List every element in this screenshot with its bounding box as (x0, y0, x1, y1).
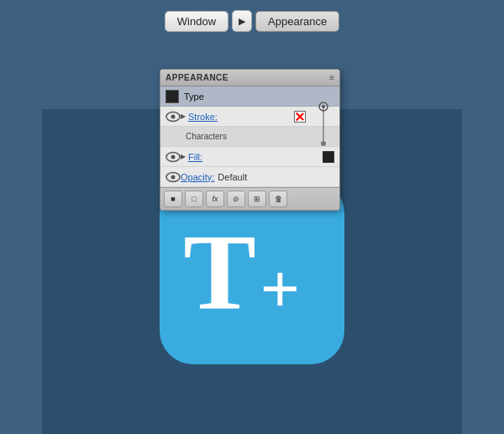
characters-label: Characters (186, 132, 227, 141)
opacity-label[interactable]: Opacity: (181, 172, 214, 182)
svg-point-4 (322, 105, 325, 108)
stroke-visibility-icon[interactable] (165, 111, 181, 123)
window-button[interactable]: Window (165, 11, 228, 32)
icon-letter-t: T (183, 217, 256, 327)
type-swatch (165, 90, 179, 103)
fill-expand-icon: ▶ (181, 153, 186, 160)
new-layer-icon: ■ (171, 195, 175, 203)
duplicate-button[interactable]: ⊞ (248, 191, 266, 207)
panel-bottom-toolbar: ■ □ fx ⊘ ⊞ 🗑 (160, 187, 339, 210)
opacity-row: Opacity: Default (160, 167, 339, 187)
appearance-button[interactable]: Appearance (255, 11, 339, 32)
type-label: Type (184, 92, 204, 102)
stroke-section: ▶ Stroke: Characters (160, 107, 339, 147)
duplicate-icon: ⊞ (254, 195, 260, 203)
svg-point-5 (321, 141, 326, 146)
fill-visibility-icon[interactable] (165, 151, 181, 163)
bezier-curve (311, 100, 336, 154)
square-button[interactable]: □ (185, 191, 203, 207)
appearance-panel: APPEARANCE ≡ Type ▶ Stroke: (160, 69, 340, 211)
stroke-label[interactable]: Stroke: (188, 112, 218, 122)
delete-button[interactable]: 🗑 (269, 191, 287, 207)
fx-button[interactable]: fx (206, 191, 224, 207)
opacity-value: Default (218, 172, 247, 182)
svg-point-7 (171, 154, 176, 159)
clear-button[interactable]: ⊘ (227, 191, 245, 207)
svg-point-9 (171, 175, 176, 179)
panel-title: APPEARANCE (165, 73, 228, 82)
stroke-expand-icon: ▶ (181, 112, 186, 120)
fx-icon: fx (212, 195, 218, 203)
svg-point-1 (171, 114, 176, 118)
top-toolbar: Window ▶ Appearance (0, 0, 504, 39)
stroke-x-icon (295, 112, 305, 122)
opacity-visibility-icon[interactable] (165, 171, 181, 183)
panel-menu-button[interactable]: ≡ (329, 73, 334, 82)
square-icon: □ (192, 195, 196, 203)
delete-icon: 🗑 (275, 195, 282, 203)
arrow-icon: ▶ (239, 16, 245, 27)
clear-icon: ⊘ (233, 195, 239, 203)
panel-titlebar: APPEARANCE ≡ (160, 70, 339, 86)
icon-plus: + (260, 250, 300, 327)
stroke-swatch[interactable] (294, 111, 306, 123)
new-layer-button[interactable]: ■ (164, 191, 182, 207)
fill-label[interactable]: Fill: (188, 152, 202, 162)
arrow-button[interactable]: ▶ (232, 10, 252, 32)
